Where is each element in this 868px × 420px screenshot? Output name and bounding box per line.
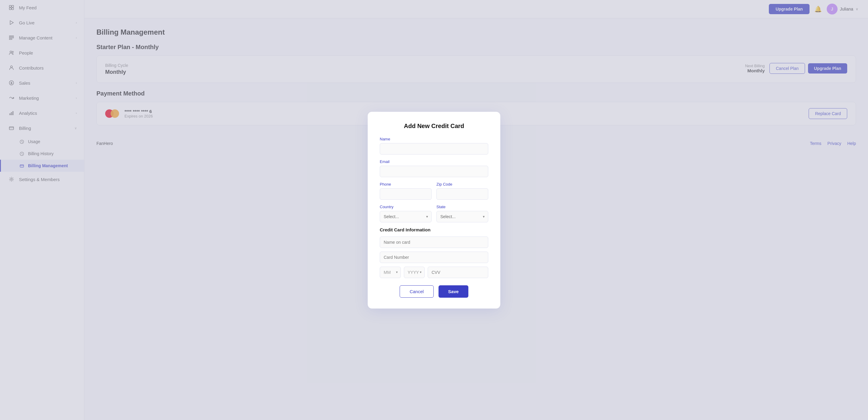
modal-overlay[interactable]: Add New Credit Card Name Email Phone Zip… <box>0 0 868 420</box>
country-field-group: Country Select... ▾ <box>380 204 432 222</box>
modal-actions: Cancel Save <box>380 285 488 298</box>
state-field-group: State Select... ▾ <box>436 204 488 222</box>
email-label: Email <box>380 159 488 164</box>
country-label: Country <box>380 204 432 209</box>
name-input[interactable] <box>380 143 488 155</box>
state-label: State <box>436 204 488 209</box>
cvv-input[interactable] <box>428 267 488 278</box>
name-on-card-input[interactable] <box>380 236 488 248</box>
country-select[interactable]: Select... <box>380 211 432 222</box>
name-label: Name <box>380 137 488 141</box>
month-select-wrapper: MM ▾ <box>380 267 401 278</box>
phone-label: Phone <box>380 182 432 187</box>
email-field-group: Email <box>380 159 488 177</box>
phone-input[interactable] <box>380 188 432 200</box>
cc-section-title: Credit Card Information <box>380 227 488 232</box>
modal-title: Add New Credit Card <box>380 123 488 130</box>
year-select[interactable]: YYYY <box>404 267 425 278</box>
name-field-group: Name <box>380 137 488 155</box>
add-credit-card-modal: Add New Credit Card Name Email Phone Zip… <box>368 112 500 309</box>
modal-cancel-button[interactable]: Cancel <box>400 285 434 298</box>
zip-field-group: Zip Code <box>436 182 488 200</box>
month-select[interactable]: MM <box>380 267 401 278</box>
zip-label: Zip Code <box>436 182 488 187</box>
card-number-input[interactable] <box>380 252 488 263</box>
state-select[interactable]: Select... <box>436 211 488 222</box>
phone-field-group: Phone <box>380 182 432 200</box>
year-select-wrapper: YYYY ▾ <box>404 267 425 278</box>
zip-input[interactable] <box>436 188 488 200</box>
email-input[interactable] <box>380 166 488 177</box>
modal-save-button[interactable]: Save <box>438 285 468 298</box>
